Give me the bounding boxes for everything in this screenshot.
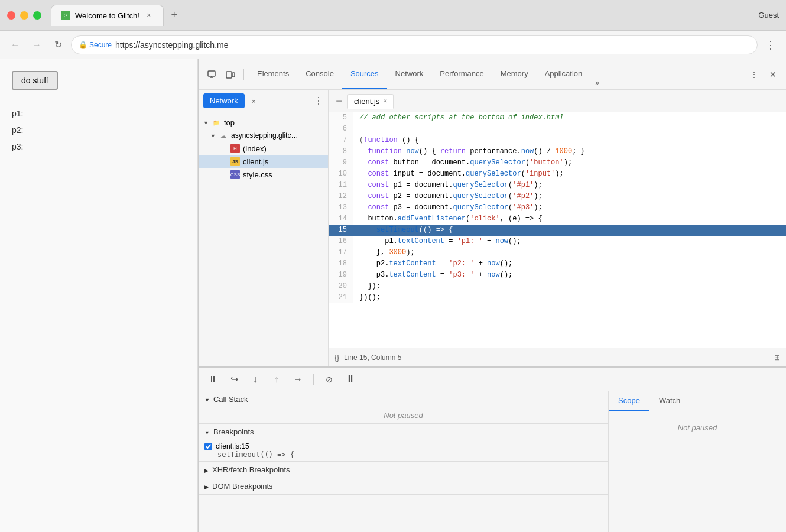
code-line-8[interactable]: 8 function now() { return performance.no… [329,146,786,157]
line-content: (function () { [353,135,786,146]
tree-item-client-js[interactable]: JS client.js [199,155,328,168]
p2-label: p2: [12,125,186,135]
toolbar-separator [243,69,244,80]
line-number: 13 [329,202,353,213]
breakpoints-header[interactable]: Breakpoints [199,424,608,440]
line-number: 6 [329,124,353,135]
minimize-window-button[interactable] [20,11,28,20]
pause-resume-button[interactable]: ⏸ [204,371,221,388]
new-tab-button[interactable]: + [166,7,183,24]
code-line-7[interactable]: 7(function () { [329,135,786,146]
file-tab-close-button[interactable]: × [383,97,387,105]
do-stuff-button[interactable]: do stuff [12,71,58,90]
tree-item-index[interactable]: H (index) [199,142,328,155]
code-line-5[interactable]: 5// add other scripts at the bottom of i… [329,112,786,124]
sources-menu-button[interactable]: ⋮ [314,95,323,106]
breakpoint-label[interactable]: client.js:15 [204,442,602,450]
watch-tab[interactable]: Watch [649,391,690,411]
traffic-lights [7,11,41,20]
line-content: const p1 = document.querySelector('#p1')… [353,180,786,191]
code-line-11[interactable]: 11 const p1 = document.querySelector('#p… [329,180,786,191]
inspect-element-button[interactable] [203,66,220,83]
call-stack-header[interactable]: Call Stack [199,391,608,407]
tree-label-style-css: style.css [243,170,272,179]
code-line-9[interactable]: 9 const button = document.querySelector(… [329,157,786,168]
sources-file-tree: Network » ⋮ 📁 top [199,90,329,366]
step-into-button[interactable]: ↓ [247,371,264,388]
url-bar[interactable]: 🔒 Secure https://asyncstepping.glitch.me [71,35,758,54]
tab-memory[interactable]: Memory [492,59,537,89]
code-line-18[interactable]: 18 p2.textContent = 'p2: ' + now(); [329,258,786,270]
xhr-breakpoints-header[interactable]: XHR/fetch Breakpoints [199,462,608,478]
code-line-13[interactable]: 13 const p3 = document.querySelector('#p… [329,202,786,213]
more-tabs-button[interactable]: » [590,76,604,89]
sidebar-toggle-button[interactable]: ⊣ [333,94,345,108]
pretty-print-button[interactable]: ⊞ [774,353,780,362]
secure-label: Secure [89,41,112,49]
close-window-button[interactable] [7,11,15,20]
devtools-actions: ⋮ ✕ [746,66,781,83]
svg-rect-2 [232,73,235,77]
step-out-button[interactable]: ↑ [268,371,285,388]
call-stack-arrow [204,395,210,404]
tree-item-domain[interactable]: ☁ asyncstepping.glitc… [199,129,328,142]
secure-badge: 🔒 Secure [79,41,112,49]
tab-network[interactable]: Network [387,59,432,89]
refresh-button[interactable]: ↻ [50,37,66,53]
tab-title: Welcome to Glitch! [75,11,139,20]
more-sources-button[interactable]: » [247,95,261,108]
forward-button[interactable]: → [28,37,45,53]
devtools-settings-button[interactable]: ⋮ [746,66,762,83]
code-line-14[interactable]: 14 button.addEventListener('click', (e) … [329,213,786,225]
scope-tab[interactable]: Scope [609,391,649,411]
svg-rect-1 [226,72,232,78]
tree-item-style-css[interactable]: CSS style.css [199,168,328,181]
debugger-right-panel: Scope Watch Not paused [609,391,786,532]
devtools-close-button[interactable]: ✕ [765,66,781,83]
tab-console[interactable]: Console [297,59,342,89]
tree-label-index: (index) [243,144,267,153]
file-tab-client-js[interactable]: client.js × [347,94,394,109]
code-line-20[interactable]: 20 }); [329,281,786,292]
line-number: 12 [329,191,353,202]
code-editor[interactable]: 5// add other scripts at the bottom of i… [329,112,786,348]
tab-sources[interactable]: Sources [342,59,387,89]
line-number: 16 [329,236,353,247]
step-over-button[interactable]: ↪ [226,371,242,388]
line-content: const button = document.querySelector('b… [353,157,786,168]
maximize-window-button[interactable] [33,11,41,20]
back-button[interactable]: ← [7,37,24,53]
browser-tab[interactable]: G Welcome to Glitch! × [51,5,164,26]
breakpoints-arrow [204,427,210,436]
tree-label-top: top [224,118,235,127]
tab-application[interactable]: Application [537,59,591,89]
file-tabs-bar: ⊣ client.js × [329,90,786,112]
code-line-6[interactable]: 6 [329,124,786,135]
svg-rect-0 [208,71,215,76]
code-line-19[interactable]: 19 p3.textContent = 'p3: ' + now(); [329,270,786,281]
browser-menu-button[interactable]: ⋮ [762,37,779,53]
braces-icon: {} [334,353,339,362]
breakpoint-checkbox[interactable] [204,443,212,450]
tab-elements[interactable]: Elements [249,59,297,89]
device-toolbar-button[interactable] [222,66,239,83]
code-line-16[interactable]: 16 p1.textContent = 'p1: ' + now(); [329,236,786,247]
network-tab-button[interactable]: Network [203,93,245,108]
code-line-10[interactable]: 10 const input = document.querySelector(… [329,168,786,180]
tab-bar: G Welcome to Glitch! × + Guest [51,5,779,26]
code-line-15[interactable]: 15 setTimeout(() => { [329,225,786,236]
tab-performance[interactable]: Performance [431,59,492,89]
dom-breakpoints-header[interactable]: DOM Breakpoints [199,478,608,494]
deactivate-breakpoints-button[interactable]: ⊘ [321,371,337,388]
code-line-17[interactable]: 17 }, 3000); [329,247,786,258]
code-line-21[interactable]: 21})(); [329,292,786,303]
pause-on-exceptions-button[interactable]: ⏸ [342,371,359,388]
debugger-panel: ⏸ ↪ ↓ ↑ → ⊘ ⏸ [199,366,786,532]
scope-not-paused: Not paused [678,423,717,432]
dom-breakpoints-label: DOM Breakpoints [212,482,273,491]
tree-item-top[interactable]: 📁 top [199,116,328,129]
code-line-12[interactable]: 12 const p2 = document.querySelector('#p… [329,191,786,202]
step-button[interactable]: → [290,371,306,388]
tab-close-button[interactable]: × [144,11,154,20]
line-content: const p3 = document.querySelector('#p3')… [353,202,786,213]
